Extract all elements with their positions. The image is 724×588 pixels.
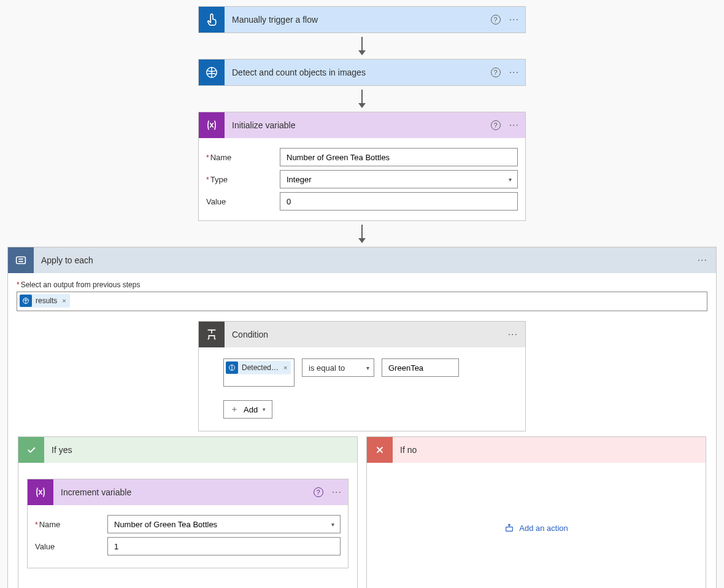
select-output-field[interactable]: results × xyxy=(17,292,707,311)
branch-if-yes-header: If yes xyxy=(18,437,357,463)
chevron-down-icon: ▾ xyxy=(263,406,266,412)
step-init-variable-header[interactable]: Initialize variable ? ··· xyxy=(199,112,525,138)
condition-icon xyxy=(199,322,225,347)
arrow-connector xyxy=(361,225,363,242)
select-output-label-text: Select an output from previous steps xyxy=(21,280,141,289)
condition-add-label: Add xyxy=(244,405,258,414)
token-remove-icon[interactable]: × xyxy=(62,297,66,304)
token-results[interactable]: results × xyxy=(20,294,70,308)
type-select[interactable] xyxy=(280,170,518,188)
branch-if-yes: If yes Increment variable ? xyxy=(18,436,358,588)
touch-icon xyxy=(199,7,225,33)
step-detect[interactable]: Detect and count objects in images ? ··· xyxy=(198,59,526,86)
step-increment-variable-header[interactable]: Increment variable ? ··· xyxy=(28,479,348,505)
condition-add-button[interactable]: ＋ Add ▾ xyxy=(223,400,272,419)
more-icon[interactable]: ··· xyxy=(332,487,342,497)
step-trigger-title: Manually trigger a flow xyxy=(225,15,491,25)
more-icon[interactable]: ··· xyxy=(698,255,707,265)
value-label: Value xyxy=(206,197,280,206)
select-output-label: *Select an output from previous steps xyxy=(17,280,707,289)
step-condition: Condition ··· Detected… xyxy=(198,321,526,431)
step-init-variable-body: Name Type ▾ Value xyxy=(199,138,525,220)
increment-value-label: Value xyxy=(35,542,107,551)
increment-name-select[interactable] xyxy=(107,515,341,533)
help-icon[interactable]: ? xyxy=(491,120,501,130)
step-init-variable: Initialize variable ? ··· Name Type ▾ Va… xyxy=(198,112,526,221)
loop-icon xyxy=(8,247,34,273)
step-trigger[interactable]: Manually trigger a flow ? ··· xyxy=(198,6,526,33)
add-action-icon xyxy=(504,523,514,533)
step-trigger-header[interactable]: Manually trigger a flow ? ··· xyxy=(199,7,525,33)
step-init-variable-title: Initialize variable xyxy=(225,120,491,130)
branch-if-no-header: If no xyxy=(367,437,706,463)
value-input[interactable] xyxy=(280,192,518,211)
more-icon[interactable]: ··· xyxy=(509,15,519,25)
token-detected[interactable]: Detected… × xyxy=(226,361,291,374)
close-icon xyxy=(367,437,393,463)
type-label: Type xyxy=(206,175,280,184)
branch-if-yes-title: If yes xyxy=(44,445,72,455)
step-detect-header[interactable]: Detect and count objects in images ? ··· xyxy=(199,60,525,85)
ai-detect-icon xyxy=(20,295,32,307)
token-detected-label: Detected… xyxy=(242,363,279,372)
ai-detect-icon xyxy=(199,60,225,85)
condition-right-operand[interactable] xyxy=(382,358,459,377)
help-icon[interactable]: ? xyxy=(491,15,501,25)
step-apply-to-each-header[interactable]: Apply to each ··· xyxy=(8,247,716,273)
token-results-label: results xyxy=(36,296,57,305)
ai-detect-icon xyxy=(226,362,238,374)
condition-operator-label: is equal to xyxy=(309,363,345,373)
increment-name-label: Name xyxy=(35,520,107,529)
step-increment-variable-title: Increment variable xyxy=(53,487,314,497)
plus-icon: ＋ xyxy=(230,404,239,415)
step-increment-variable: Increment variable ? ··· Name xyxy=(27,479,349,568)
more-icon[interactable]: ··· xyxy=(509,68,519,77)
condition-operator[interactable]: is equal to ▾ xyxy=(302,358,374,377)
more-icon[interactable]: ··· xyxy=(509,120,519,130)
token-remove-icon[interactable]: × xyxy=(283,364,287,371)
svg-rect-5 xyxy=(506,527,513,532)
help-icon[interactable]: ? xyxy=(314,487,323,497)
variable-icon xyxy=(199,112,225,138)
check-icon xyxy=(18,437,44,463)
svg-rect-1 xyxy=(17,257,26,264)
name-label: Name xyxy=(206,153,280,162)
step-condition-title: Condition xyxy=(225,330,508,339)
name-input[interactable] xyxy=(280,148,518,166)
branch-if-no: If no Add an action xyxy=(366,436,706,588)
arrow-connector xyxy=(361,37,363,54)
add-action-label: Add an action xyxy=(519,524,568,533)
step-apply-to-each-title: Apply to each xyxy=(34,255,698,265)
add-action-button[interactable]: Add an action xyxy=(504,523,568,533)
help-icon[interactable]: ? xyxy=(491,68,501,77)
arrow-connector xyxy=(361,90,363,107)
condition-left-operand[interactable]: Detected… × xyxy=(223,358,295,387)
step-apply-to-each: Apply to each ··· *Select an output from… xyxy=(7,247,717,588)
increment-value-input[interactable] xyxy=(107,537,341,555)
variable-icon xyxy=(28,479,53,505)
step-condition-header[interactable]: Condition ··· xyxy=(199,322,525,347)
branch-if-no-title: If no xyxy=(393,445,417,455)
more-icon[interactable]: ··· xyxy=(508,330,518,339)
step-detect-title: Detect and count objects in images xyxy=(225,68,491,77)
